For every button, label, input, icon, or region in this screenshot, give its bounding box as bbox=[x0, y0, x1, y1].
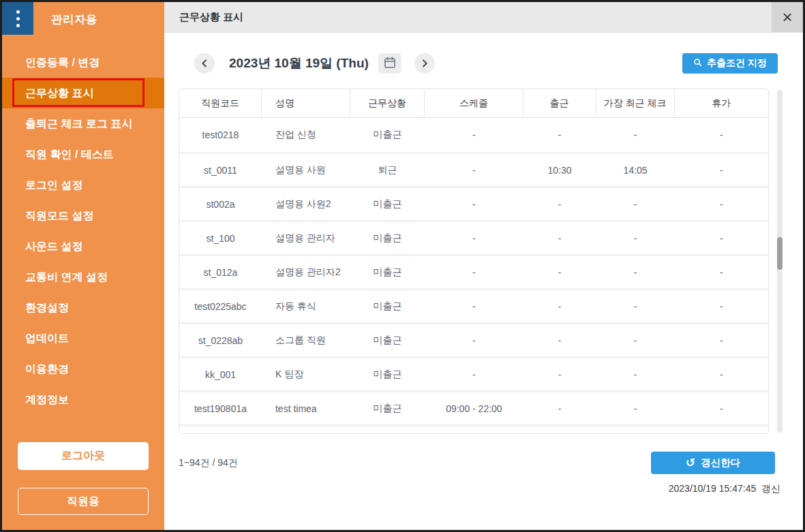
kebab-menu-icon[interactable] bbox=[2, 2, 33, 35]
column-header-schedule: 스케줄 bbox=[425, 89, 523, 117]
refresh-icon: ↺ bbox=[686, 457, 695, 469]
titlebar: 근무상황 표시 × bbox=[164, 2, 803, 33]
sidebar-item-2[interactable]: 출퇴근 체크 로그 표시 bbox=[2, 108, 164, 139]
cell-vacation: - bbox=[675, 154, 768, 186]
logout-button[interactable]: 로그아웃 bbox=[18, 442, 149, 470]
column-header-clock-in: 출근 bbox=[523, 89, 596, 117]
cell-work-status: 퇴근 bbox=[350, 154, 425, 186]
sidebar-item-6[interactable]: 사운드 설정 bbox=[2, 231, 164, 262]
cell-last-check: - bbox=[596, 188, 675, 220]
cell-schedule: - bbox=[425, 222, 523, 254]
cell-work-status: 미출근 bbox=[350, 426, 425, 434]
active-item-highlight-box bbox=[12, 78, 145, 107]
cell-name: 자동 휴식 bbox=[262, 290, 350, 322]
sidebar-item-9[interactable]: 업데이트 bbox=[2, 323, 164, 354]
table-body: test0218잔업 신청미출근----st_0011설명용 사원퇴근-10:3… bbox=[179, 118, 768, 434]
cell-clock-in: 10:30 bbox=[523, 154, 596, 186]
calendar-button[interactable] bbox=[378, 53, 401, 74]
cell-clock-in: - bbox=[523, 426, 596, 434]
search-icon bbox=[693, 58, 702, 69]
record-count-label: 1~94건 / 94건 bbox=[179, 457, 238, 469]
cell-clock-in: - bbox=[523, 118, 596, 152]
column-header-last-check: 가장 최근 체크 bbox=[596, 89, 675, 117]
table-row[interactable]: st_100설명용 관리자미출근---- bbox=[179, 220, 768, 254]
work-status-table: 직원코드성명근무상황스케줄출근가장 최근 체크휴가 test0218잔업 신청미… bbox=[179, 89, 769, 434]
cell-vacation: - bbox=[675, 324, 768, 356]
refresh-button[interactable]: ↺ 갱신한다 bbox=[651, 452, 775, 474]
sidebar-header: 관리자용 bbox=[2, 2, 164, 36]
cell-clock-in: - bbox=[523, 392, 596, 424]
table-footer: 1~94건 / 94건 ↺ 갱신한다 bbox=[179, 452, 785, 474]
sidebar-item-1[interactable]: 근무상황 표시 bbox=[2, 78, 164, 108]
table-scrollbar-thumb[interactable] bbox=[777, 237, 783, 270]
filter-conditions-button[interactable]: 추출조건 지정 bbox=[682, 53, 778, 74]
sidebar-item-5[interactable]: 직원모드 설정 bbox=[2, 200, 164, 231]
cell-clock-in: - bbox=[523, 290, 596, 322]
cell-vacation: - bbox=[675, 290, 768, 322]
column-header-work-status: 근무상황 bbox=[350, 89, 425, 117]
updated-row: 2023/10/19 15:47:45 갱신 bbox=[179, 482, 785, 495]
column-header-emp-code: 직원코드 bbox=[179, 89, 262, 117]
cell-name: K 팀장 bbox=[262, 358, 350, 390]
table-row[interactable]: kk_001K 팀장미출근---- bbox=[179, 356, 768, 390]
cell-last-check: 14:05 bbox=[596, 154, 675, 186]
cell-last-check: - bbox=[596, 324, 675, 356]
date-navigation: 2023년 10월 19일 (Thu) bbox=[179, 53, 785, 74]
cell-work-status: 미출근 bbox=[350, 324, 425, 356]
table-row[interactable]: st_012a설명용 관리자2미출근---- bbox=[179, 254, 768, 288]
table-row[interactable]: st_0228ab소그룹 직원미출근---- bbox=[179, 322, 768, 356]
staff-mode-button[interactable]: 직원용 bbox=[18, 488, 149, 515]
cell-emp-code: test0218 bbox=[179, 118, 262, 152]
sidebar-item-11[interactable]: 계정정보 bbox=[2, 384, 164, 415]
table-row[interactable]: st_0011설명용 사원퇴근-10:3014:05- bbox=[179, 152, 768, 186]
content: 2023년 10월 19일 (Thu) bbox=[164, 33, 803, 495]
cell-vacation: - bbox=[675, 118, 768, 152]
table-row[interactable]: st002a설명용 사원2미출근---- bbox=[179, 186, 768, 220]
chevron-left-icon bbox=[199, 58, 210, 69]
cell-vacation: - bbox=[675, 222, 768, 254]
cell-work-status: 미출근 bbox=[350, 188, 425, 220]
cell-emp-code: st_0228ab bbox=[179, 324, 262, 356]
current-date-label: 2023년 10월 19일 (Thu) bbox=[229, 54, 369, 72]
table-row[interactable]: test0225abc자동 휴식미출근---- bbox=[179, 288, 768, 322]
calendar-icon bbox=[383, 56, 397, 72]
cell-vacation: - bbox=[675, 358, 768, 390]
cell-last-check: - bbox=[596, 426, 675, 434]
sidebar-item-3[interactable]: 직원 확인 / 테스트 bbox=[2, 139, 164, 170]
table-row[interactable]: test0305aaaa관리자 비밀번호미출근---- bbox=[179, 424, 768, 434]
cell-emp-code: test0305aaaa bbox=[179, 426, 262, 434]
table-scrollbar-track[interactable] bbox=[777, 90, 783, 433]
prev-day-button[interactable] bbox=[194, 53, 215, 74]
app-window: 관리자용 인증등록 / 변경근무상황 표시출퇴근 체크 로그 표시직원 확인 /… bbox=[0, 0, 805, 532]
cell-work-status: 미출근 bbox=[350, 256, 425, 288]
cell-emp-code: kk_001 bbox=[179, 358, 262, 390]
last-updated-label: 2023/10/19 15:47:45 갱신 bbox=[669, 483, 780, 494]
sidebar-item-8[interactable]: 환경설정 bbox=[2, 292, 164, 323]
close-button[interactable]: × bbox=[772, 2, 803, 32]
sidebar-item-10[interactable]: 이용환경 bbox=[2, 354, 164, 384]
cell-schedule: - bbox=[425, 324, 523, 356]
table-row[interactable]: test0218잔업 신청미출근---- bbox=[179, 118, 768, 152]
cell-emp-code: st_0011 bbox=[179, 154, 262, 186]
column-header-name: 성명 bbox=[262, 89, 350, 117]
cell-name: 관리자 비밀번호 bbox=[262, 426, 350, 434]
cell-name: 설명용 관리자 bbox=[262, 222, 350, 254]
refresh-button-label: 갱신한다 bbox=[701, 456, 740, 469]
sidebar-item-4[interactable]: 로그인 설정 bbox=[2, 170, 164, 200]
sidebar-item-0[interactable]: 인증등록 / 변경 bbox=[2, 47, 164, 78]
cell-emp-code: test0225abc bbox=[179, 290, 262, 322]
cell-work-status: 미출근 bbox=[350, 290, 425, 322]
cell-last-check: - bbox=[596, 392, 675, 424]
filter-button-label: 추출조건 지정 bbox=[707, 57, 767, 69]
table-row[interactable]: test190801atest timea미출근09:00 - 22:00--- bbox=[179, 390, 768, 424]
sidebar-item-7[interactable]: 교통비 연계 설정 bbox=[2, 262, 164, 292]
cell-schedule: - bbox=[425, 426, 523, 434]
cell-schedule: - bbox=[425, 358, 523, 390]
cell-last-check: - bbox=[596, 118, 675, 152]
next-day-button[interactable] bbox=[414, 53, 435, 74]
cell-name: 설명용 사원2 bbox=[262, 188, 350, 220]
cell-schedule: 09:00 - 22:00 bbox=[425, 392, 523, 424]
cell-name: test timea bbox=[262, 392, 350, 424]
cell-schedule: - bbox=[425, 290, 523, 322]
cell-work-status: 미출근 bbox=[350, 392, 425, 424]
